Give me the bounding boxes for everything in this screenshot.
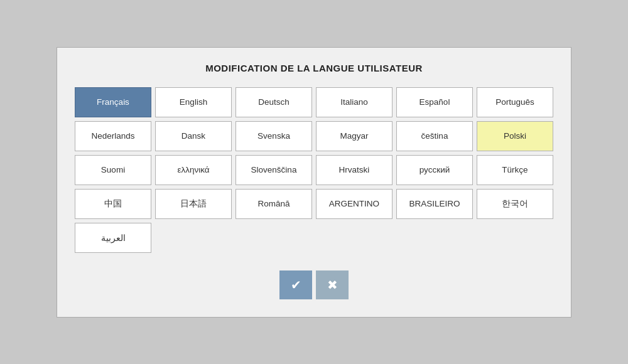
- dialog-title: MODIFICATION DE LA LANGUE UTILISATEUR: [75, 63, 553, 73]
- lang-btn-ar[interactable]: العربية: [75, 223, 151, 253]
- lang-btn-fi[interactable]: Suomi: [75, 155, 151, 185]
- lang-btn-hr[interactable]: Hrvatski: [316, 155, 392, 185]
- lang-btn-ar-ar[interactable]: ARGENTINO: [316, 189, 392, 219]
- button-row: ✔ ✖: [75, 270, 553, 299]
- lang-btn-tr[interactable]: Türkçe: [477, 155, 553, 185]
- lang-btn-nl[interactable]: Nederlands: [75, 121, 151, 151]
- lang-btn-fr[interactable]: Français: [75, 87, 151, 117]
- cancel-button[interactable]: ✖: [316, 270, 349, 299]
- lang-btn-es[interactable]: Español: [396, 87, 473, 117]
- lang-btn-el[interactable]: ελληνικά: [155, 155, 232, 185]
- lang-btn-br[interactable]: BRASILEIRO: [396, 189, 473, 219]
- lang-btn-pt[interactable]: Português: [477, 87, 553, 117]
- language-grid: FrançaisEnglishDeutschItalianoEspañolPor…: [75, 87, 553, 253]
- lang-btn-ru[interactable]: русский: [396, 155, 473, 185]
- lang-btn-cs[interactable]: čeština: [396, 121, 473, 151]
- lang-btn-ko[interactable]: 한국어: [477, 189, 553, 219]
- lang-btn-zh[interactable]: 中国: [75, 189, 151, 219]
- lang-btn-hu[interactable]: Magyar: [316, 121, 392, 151]
- lang-btn-sv[interactable]: Svenska: [236, 121, 312, 151]
- language-dialog: MODIFICATION DE LA LANGUE UTILISATEUR Fr…: [57, 47, 571, 318]
- lang-btn-de[interactable]: Deutsch: [236, 87, 312, 117]
- lang-btn-da[interactable]: Dansk: [155, 121, 232, 151]
- lang-btn-it[interactable]: Italiano: [316, 87, 392, 117]
- confirm-button[interactable]: ✔: [279, 270, 312, 299]
- lang-btn-pl[interactable]: Polski: [477, 121, 553, 151]
- lang-btn-ja[interactable]: 日本語: [155, 189, 232, 219]
- lang-btn-en[interactable]: English: [155, 87, 232, 117]
- lang-btn-ro[interactable]: Română: [236, 189, 312, 219]
- lang-btn-sl[interactable]: Slovenščina: [236, 155, 312, 185]
